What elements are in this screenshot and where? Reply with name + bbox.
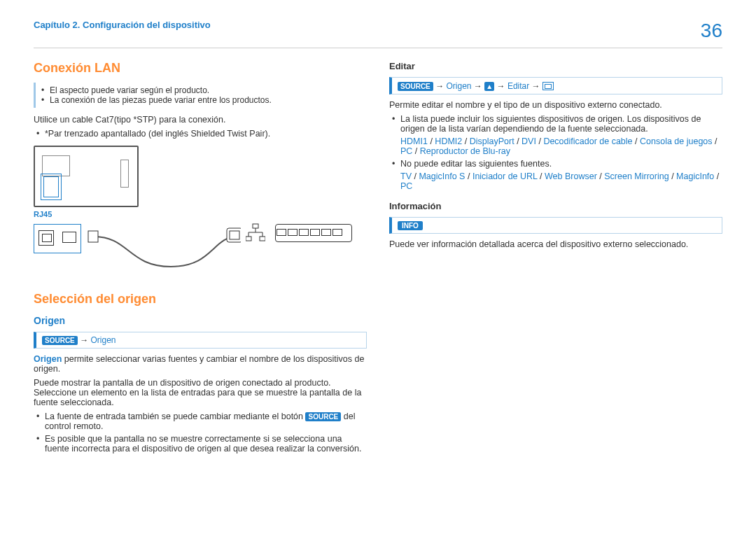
source-button-badge-2: SOURCE: [398, 82, 433, 91]
heading-source-select: Selección del origen: [34, 292, 367, 307]
lan-diagram: RJ45: [34, 146, 367, 279]
page-number: 36: [701, 20, 722, 42]
cat7-text: Utilice un cable Cat7(tipo *STP) para la…: [34, 115, 367, 125]
source-button-badge-inline: SOURCE: [305, 412, 341, 421]
device-illustration: [34, 146, 139, 207]
lan-note-2: La conexión de las piezas puede variar e…: [41, 95, 361, 105]
src-hdmi1: HDMI1: [400, 136, 428, 146]
src-bluray: Reproductor de Blu-ray: [420, 146, 510, 156]
heading-editar: Editar: [389, 61, 722, 71]
stp-note: *Par trenzado apantallado (del inglés Sh…: [34, 129, 367, 139]
svg-rect-8: [246, 237, 251, 241]
router-illustration: [275, 224, 352, 242]
src-pc: PC: [400, 146, 412, 156]
origen-para-2: Puede mostrar la pantalla de un disposit…: [34, 378, 367, 407]
src-magicinfo: MagicInfo: [676, 171, 714, 181]
svg-rect-2: [230, 231, 239, 239]
origen-desc: Origen permite seleccionar varias fuente…: [34, 354, 367, 374]
editar-bullet-1: La lista puede incluir los siguientes di…: [389, 114, 722, 156]
origen-link: Origen: [446, 81, 471, 91]
info-button-badge: INFO: [398, 221, 423, 230]
src-cable: Decodificador de cable: [543, 136, 632, 146]
heading-origen: Origen: [34, 315, 367, 326]
origen-path-box: SOURCE → Origen: [34, 332, 367, 349]
src-webbrowser: Web Browser: [545, 171, 597, 181]
lan-note-1: El aspecto puede variar según el product…: [41, 85, 361, 95]
origen-bullet-2: Es posible que la pantalla no se muestre…: [34, 434, 367, 454]
source-button-badge: SOURCE: [42, 336, 78, 345]
lan-info-box: El aspecto puede variar según el product…: [34, 83, 367, 108]
src-screenmirror: Screen Mirroring: [604, 171, 668, 181]
svg-rect-0: [88, 231, 98, 242]
svg-rect-3: [253, 224, 258, 228]
origen-term: Origen: [34, 354, 62, 364]
editar-path-box: SOURCE → Origen → ▲ → Editar →: [389, 77, 722, 94]
up-arrow-icon: ▲: [484, 82, 494, 91]
arrow-icon: →: [532, 81, 540, 91]
src-magicinfos: MagicInfo S: [419, 171, 465, 181]
src-url: Iniciador de URL: [472, 171, 538, 181]
src-game: Consola de juegos: [640, 136, 713, 146]
src-hdmi2: HDMI2: [435, 136, 462, 146]
svg-rect-9: [260, 237, 265, 241]
src-pc2: PC: [400, 181, 412, 191]
enter-icon: [542, 82, 554, 90]
rj45-port-illustration: [34, 224, 81, 253]
arrow-icon: →: [80, 335, 88, 345]
cable-illustration: [87, 221, 241, 279]
rj45-label: RJ45: [34, 210, 367, 218]
editar-para: Permite editar el nombre y el tipo de un…: [389, 100, 722, 110]
src-displayport: DisplayPort: [470, 136, 514, 146]
editar-bullet-2: No puede editar las siguientes fuentes. …: [389, 159, 722, 191]
arrow-icon: →: [497, 81, 505, 91]
origen-path-label: Origen: [90, 335, 115, 345]
lan-network-icon: [246, 223, 265, 244]
info-path-box: INFO: [389, 217, 722, 234]
heading-lan: Conexión LAN: [34, 61, 367, 76]
src-dvi: DVI: [522, 136, 536, 146]
header-divider: [34, 48, 722, 48]
origen-bullet-1: La fuente de entrada también se puede ca…: [34, 412, 367, 431]
arrow-icon: →: [435, 81, 444, 91]
chapter-label: Capítulo 2. Configuración del dispositiv…: [34, 20, 211, 30]
src-tv: TV: [400, 171, 412, 181]
editar-link: Editar: [507, 81, 529, 91]
heading-informacion: Información: [389, 201, 722, 211]
info-para: Puede ver información detallada acerca d…: [389, 239, 722, 249]
arrow-icon: →: [474, 81, 482, 91]
